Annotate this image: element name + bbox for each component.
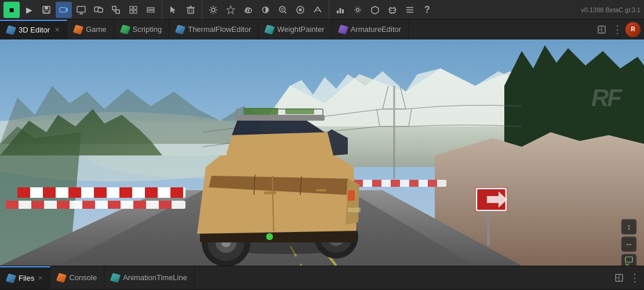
svg-rect-19 bbox=[147, 10, 154, 12]
delete-button[interactable] bbox=[183, 2, 199, 18]
cloud-button[interactable] bbox=[240, 2, 256, 18]
svg-line-42 bbox=[285, 12, 286, 13]
stop-button[interactable]: ■ bbox=[3, 2, 20, 18]
files-tab-close[interactable]: ✕ bbox=[38, 274, 43, 282]
svg-rect-130 bbox=[243, 108, 278, 115]
svg-rect-102 bbox=[391, 180, 400, 187]
svg-rect-92 bbox=[6, 201, 19, 209]
bottom-layout-button[interactable] bbox=[613, 271, 625, 284]
tab-scripting[interactable]: Scripting bbox=[114, 20, 170, 39]
svg-text:RF: RF bbox=[591, 84, 623, 111]
brightness-button[interactable] bbox=[257, 2, 274, 18]
tab-thermal-icon bbox=[175, 24, 185, 34]
tab-3d-editor-label: 3D Editor bbox=[19, 26, 50, 34]
chart-button[interactable] bbox=[332, 2, 348, 18]
tab-armature-editor[interactable]: ArmatureEditor bbox=[332, 20, 409, 39]
svg-line-32 bbox=[216, 12, 217, 13]
tab-3d-editor[interactable]: 3D Editor ✕ bbox=[0, 20, 67, 39]
svg-rect-89 bbox=[145, 187, 158, 198]
svg-rect-87 bbox=[94, 187, 107, 198]
bottom-more-button[interactable]: ⋮ bbox=[628, 271, 641, 284]
svg-rect-97 bbox=[133, 201, 146, 209]
monitor-button[interactable] bbox=[73, 2, 89, 18]
bottom-tab-files[interactable]: Files ✕ bbox=[0, 266, 50, 289]
svg-rect-137 bbox=[348, 190, 355, 201]
svg-rect-101 bbox=[372, 180, 381, 187]
svg-rect-103 bbox=[409, 180, 419, 187]
svg-rect-15 bbox=[134, 6, 137, 9]
files-tab-icon bbox=[6, 273, 16, 283]
svg-line-33 bbox=[216, 7, 217, 8]
user-avatar[interactable]: R bbox=[625, 22, 641, 37]
shield-button[interactable] bbox=[367, 2, 383, 18]
svg-text:↕: ↕ bbox=[627, 222, 631, 231]
svg-marker-35 bbox=[227, 6, 235, 14]
tab-weight-painter[interactable]: WeightPainter bbox=[259, 20, 332, 39]
svg-rect-5 bbox=[77, 6, 85, 12]
cursor-button[interactable] bbox=[165, 2, 181, 18]
layers-button[interactable] bbox=[402, 2, 418, 18]
files-tab-label: Files bbox=[19, 274, 34, 282]
svg-rect-98 bbox=[159, 201, 172, 209]
transform-button[interactable] bbox=[108, 2, 124, 18]
tool3-button[interactable] bbox=[292, 2, 308, 18]
version-label: v0.1398 BetaC gl:3.1 bbox=[581, 6, 641, 13]
svg-point-41 bbox=[281, 8, 283, 10]
save-button[interactable] bbox=[38, 2, 54, 18]
lens-button[interactable] bbox=[275, 2, 291, 18]
svg-rect-96 bbox=[108, 201, 121, 209]
svg-point-136 bbox=[266, 233, 273, 240]
help-button[interactable]: ? bbox=[419, 2, 435, 18]
scene-svg: RF ↔ ↕ bbox=[0, 39, 644, 266]
svg-line-56 bbox=[390, 7, 391, 8]
svg-rect-104 bbox=[428, 180, 437, 187]
svg-rect-11 bbox=[116, 10, 119, 13]
tab-bar: 3D Editor ✕ Game Scripting ThermalFlowEd… bbox=[0, 20, 644, 39]
tab-3d-editor-close[interactable]: ✕ bbox=[54, 26, 60, 34]
svg-rect-17 bbox=[134, 10, 137, 13]
svg-point-49 bbox=[356, 8, 359, 11]
svg-line-31 bbox=[210, 7, 212, 8]
android-button[interactable] bbox=[384, 2, 401, 18]
sun-button[interactable] bbox=[205, 2, 221, 18]
svg-line-34 bbox=[210, 12, 212, 13]
svg-rect-85 bbox=[43, 187, 56, 198]
animation-tab-label: AnimationTimeLine bbox=[123, 273, 187, 282]
svg-point-58 bbox=[391, 10, 392, 11]
top-toolbar: ■ ▶ bbox=[0, 0, 644, 20]
bottom-tab-animation[interactable]: AnimationTimeLine bbox=[104, 266, 195, 289]
tab-layout-button[interactable] bbox=[595, 23, 608, 36]
bottom-tab-console[interactable]: Console bbox=[50, 266, 104, 289]
svg-marker-20 bbox=[170, 6, 176, 13]
svg-rect-1 bbox=[45, 6, 48, 9]
monitor2-button[interactable] bbox=[90, 2, 107, 18]
tab-end-controls: ⋮ R bbox=[592, 20, 644, 39]
camera-button[interactable] bbox=[56, 2, 72, 18]
svg-rect-135 bbox=[348, 208, 361, 212]
tool2-button[interactable] bbox=[143, 2, 159, 18]
tool1-button[interactable] bbox=[125, 2, 141, 18]
star-button[interactable] bbox=[223, 2, 239, 18]
tab-more-button[interactable]: ⋮ bbox=[610, 23, 623, 36]
svg-rect-2 bbox=[44, 10, 49, 13]
svg-rect-131 bbox=[285, 108, 314, 114]
tab-scripting-label: Scripting bbox=[133, 25, 162, 34]
svg-rect-133 bbox=[316, 189, 326, 191]
tab-scripting-icon bbox=[119, 24, 130, 34]
console-tab-label: Console bbox=[69, 273, 97, 282]
tab-weight-icon bbox=[264, 24, 275, 34]
svg-point-40 bbox=[279, 6, 285, 12]
svg-rect-9 bbox=[98, 8, 103, 12]
svg-point-50 bbox=[355, 6, 361, 13]
play-button[interactable]: ▶ bbox=[21, 2, 37, 18]
svg-rect-88 bbox=[119, 187, 132, 198]
svg-rect-3 bbox=[60, 8, 66, 12]
gear-button[interactable] bbox=[350, 2, 366, 18]
tool4-button[interactable] bbox=[310, 2, 326, 18]
tab-weight-label: WeightPainter bbox=[277, 25, 324, 34]
svg-rect-48 bbox=[342, 9, 344, 13]
tab-thermal-flow[interactable]: ThermalFlowEditor bbox=[169, 20, 259, 39]
svg-rect-46 bbox=[337, 10, 339, 13]
tab-thermal-label: ThermalFlowEditor bbox=[188, 25, 251, 34]
tab-game[interactable]: Game bbox=[67, 20, 114, 39]
